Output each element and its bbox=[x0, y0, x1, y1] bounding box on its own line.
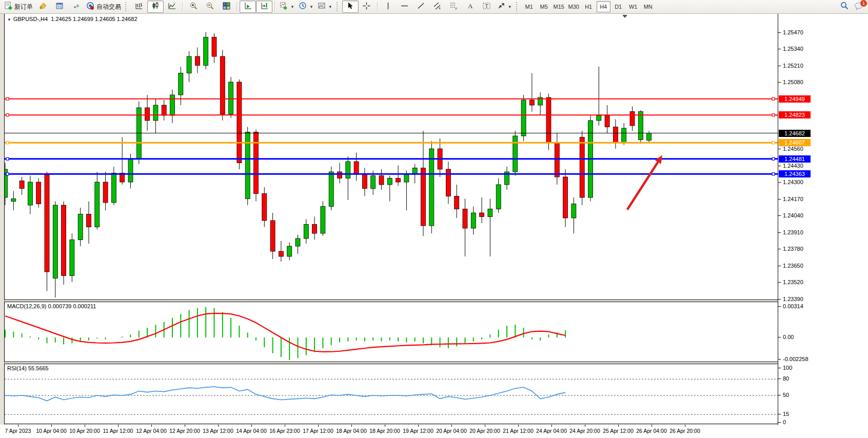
price-tick-mark bbox=[778, 66, 781, 66]
timeframe-m1[interactable]: M1 bbox=[522, 1, 536, 12]
time-axis[interactable]: 7 Apr 202310 Apr 04:0010 Apr 20:0011 Apr… bbox=[0, 425, 868, 438]
rsi-tick-mark bbox=[778, 395, 781, 395]
line-handle[interactable] bbox=[6, 114, 9, 116]
line-handle[interactable] bbox=[772, 173, 775, 175]
price-label-1.24949: 1.24949 bbox=[779, 95, 811, 103]
candle-body bbox=[613, 127, 618, 143]
line-handle[interactable] bbox=[772, 97, 775, 100]
rsi-tick: 100 bbox=[783, 365, 792, 371]
autotrade-button[interactable]: 自动交易 bbox=[84, 1, 123, 13]
shapes-button[interactable]: ▼ bbox=[495, 1, 514, 13]
label-button[interactable]: T bbox=[479, 1, 495, 13]
time-tick-mark bbox=[318, 425, 319, 427]
tile-windows-button[interactable] bbox=[218, 1, 234, 13]
main-chart-panel[interactable]: ▼GBPUSD-,H4 1.24625 1.24699 1.24605 1.24… bbox=[4, 14, 778, 300]
vertical-line-button[interactable] bbox=[380, 1, 397, 13]
candle-body bbox=[630, 112, 635, 126]
periods-button[interactable]: ▼ bbox=[297, 1, 315, 13]
price-axis[interactable]: 1.254701.253401.252101.250801.245601.244… bbox=[778, 14, 868, 425]
candle-body bbox=[329, 172, 333, 207]
profile-icon bbox=[55, 2, 64, 12]
candle-body bbox=[270, 221, 275, 251]
zoom-out-button[interactable] bbox=[202, 1, 218, 13]
fibonacci-button[interactable]: F bbox=[446, 1, 462, 13]
profile-button[interactable] bbox=[51, 1, 68, 13]
bar-chart-button[interactable] bbox=[131, 1, 147, 13]
chat-button[interactable]: 1 bbox=[854, 2, 864, 12]
rsi-chart bbox=[5, 364, 778, 424]
crosshair-button[interactable] bbox=[359, 1, 375, 13]
price-tick-mark bbox=[778, 182, 781, 183]
line-handle[interactable] bbox=[772, 157, 775, 160]
timeframe-h1[interactable]: H1 bbox=[582, 1, 596, 12]
indicators-icon bbox=[280, 2, 288, 12]
price-tick: 1.25470 bbox=[783, 29, 803, 35]
channel-button[interactable]: E bbox=[429, 1, 446, 13]
line-handle[interactable] bbox=[6, 142, 9, 144]
candle-body bbox=[62, 205, 66, 276]
rsi-panel[interactable]: RSI(14) 55.5665 bbox=[4, 364, 778, 424]
timeframe-h4[interactable]: H4 bbox=[597, 1, 610, 12]
line-handle[interactable] bbox=[6, 173, 9, 175]
trendline-button[interactable] bbox=[413, 1, 429, 13]
macd-tick-mark bbox=[778, 337, 781, 337]
time-tick-mark bbox=[118, 425, 119, 427]
horizontal-line-button[interactable] bbox=[397, 1, 413, 13]
signal-button[interactable] bbox=[68, 1, 84, 13]
timeframe-m15[interactable]: M15 bbox=[552, 1, 566, 12]
price-label-1.24823: 1.24823 bbox=[779, 111, 811, 118]
time-tick-mark bbox=[451, 425, 452, 427]
price-tick: 1.23780 bbox=[783, 246, 803, 252]
macd-panel[interactable]: MACD(12,26,9) 0.000739 0.000211 bbox=[4, 302, 778, 362]
candle-body bbox=[128, 159, 133, 182]
time-label: 26 Apr 04:00 bbox=[636, 428, 667, 434]
time-label: 19 Apr 12:00 bbox=[403, 428, 433, 434]
indicators-button[interactable]: ▼ bbox=[278, 1, 297, 13]
timeframe-d1[interactable]: D1 bbox=[611, 1, 625, 12]
timeframe-m5[interactable]: M5 bbox=[537, 1, 551, 12]
autoscroll-button[interactable] bbox=[240, 1, 256, 13]
new-order-button[interactable]: 新订单 bbox=[2, 1, 35, 13]
line-handle[interactable] bbox=[6, 97, 9, 100]
chart-shift-button[interactable] bbox=[256, 1, 272, 13]
candle-body bbox=[179, 73, 183, 95]
candle-chart-button[interactable] bbox=[147, 1, 164, 13]
candle-body bbox=[220, 56, 225, 114]
price-tick-mark bbox=[778, 199, 781, 200]
time-label: 24 Apr 04:00 bbox=[536, 428, 567, 434]
templates-button[interactable]: ▼ bbox=[315, 1, 334, 13]
timeframe-mn[interactable]: MN bbox=[641, 1, 655, 12]
templates-icon bbox=[318, 2, 326, 12]
line-handle[interactable] bbox=[6, 157, 9, 160]
timeframe-w1[interactable]: W1 bbox=[626, 1, 640, 12]
rsi-tick: 80 bbox=[783, 375, 789, 382]
styler-button[interactable] bbox=[35, 1, 51, 13]
line-handle[interactable] bbox=[772, 142, 775, 144]
line-handle[interactable] bbox=[772, 114, 775, 116]
candle-body bbox=[262, 194, 267, 221]
svg-text:T: T bbox=[485, 3, 488, 9]
price-tick-mark bbox=[778, 249, 781, 249]
search-icon[interactable] bbox=[840, 1, 849, 12]
line-chart-button[interactable] bbox=[164, 1, 180, 13]
text-button[interactable]: A bbox=[462, 1, 479, 13]
timeframe-m30[interactable]: M30 bbox=[567, 1, 581, 12]
svg-text:A: A bbox=[468, 2, 473, 10]
zoom-in-button[interactable] bbox=[185, 1, 202, 13]
time-label: 18 Apr 20:00 bbox=[369, 428, 400, 434]
candle-body bbox=[229, 82, 233, 114]
vertical-line-icon bbox=[384, 2, 392, 12]
cursor-button[interactable] bbox=[342, 1, 359, 13]
macd-tick: 0.00 bbox=[783, 334, 794, 340]
trendline-icon bbox=[417, 2, 425, 12]
candle-body bbox=[321, 207, 325, 234]
new-order-icon bbox=[4, 2, 13, 12]
time-tick-mark bbox=[85, 425, 85, 427]
red-up-arrow[interactable] bbox=[627, 161, 659, 210]
time-label: 26 Apr 20:00 bbox=[669, 428, 700, 434]
candle-body bbox=[647, 133, 652, 141]
price-tick: 1.24300 bbox=[783, 179, 803, 185]
candle-body bbox=[622, 128, 626, 143]
toolbar-grip bbox=[337, 2, 340, 11]
collapse-triangle-icon: ▼ bbox=[7, 17, 11, 22]
